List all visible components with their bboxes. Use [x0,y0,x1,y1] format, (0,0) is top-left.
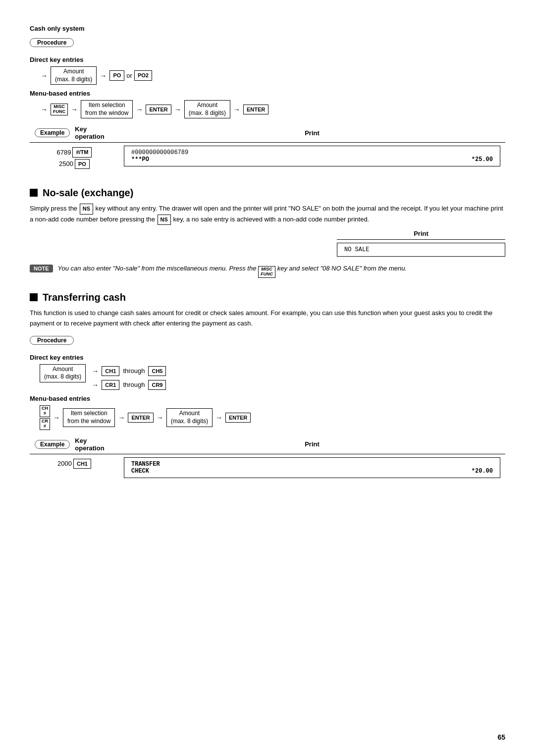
po-key-2: PO [75,159,90,169]
no-sale-print-box: NO SALE [337,243,505,257]
po-key: PO [109,70,124,80]
cr-key-box: CR# [40,418,50,430]
print-line-1: #000000000006789 [131,149,493,156]
transferring-body: This function is used to change cash sal… [30,308,505,329]
black-square-2 [30,293,38,301]
cash-only-section: Cash only system Procedure Direct key en… [30,25,505,173]
no-sale-print-area: Print NO SALE [30,230,505,257]
menu-based-heading-2: Menu-based entries [30,395,505,402]
direct-key-entries-heading-1: Direct key entries [30,56,505,63]
direct-key-entries-heading-2: Direct key entries [30,354,505,361]
menu-based-flow-2: CH# CR# → Item selection from the window… [40,405,505,430]
misc-key-inline: MISCFUNC [258,266,275,278]
arrow-fork-2: → [92,381,99,389]
enter-key-2: ENTER [243,105,268,114]
print-box-1: #000000000006789 ***PO *25.00 [124,146,500,166]
ns-key-inline: NS [80,204,93,215]
arrow-3: → [41,106,48,113]
example-badge-1: Example [35,128,70,137]
no-sale-print-line: NO SALE [344,246,498,253]
arrow-5: → [136,106,143,113]
menu-based-heading-1: Menu-based entries [30,90,505,97]
no-sale-section: No-sale (exchange) Simply press the NS k… [30,187,505,278]
amount-box-4: Amount (max. 8 digits) [166,408,213,427]
ch1-key-2: CH1 [73,459,91,469]
item-selection-box-2: Item selection from the window [63,408,115,427]
enter-key-3: ENTER [128,413,153,423]
transferring-direct-flow: Amount (max. 8 digits) → CH1 through CH5… [40,364,505,390]
transferring-cash-section: Transferring cash This function is used … [30,292,505,481]
amount-box-1: Amount (max. 8 digits) [51,66,97,85]
example-row-1: 6789 #/TM 2500 PO #000000000006789 [30,143,505,173]
arrow-6: → [174,106,181,113]
cash-only-heading: Cash only system [30,25,505,32]
ch-cr-keys: CH# CR# [40,405,50,430]
arrow-2: → [100,72,107,80]
ns-key-inline-2: NS [158,215,171,225]
no-sale-body: Simply press the NS key without any entr… [30,204,505,225]
cr9-key: CR9 [148,380,166,390]
or-text: or [126,72,132,79]
ch1-key: CH1 [102,366,119,376]
amount-box-2: Amount (max. 8 digits) [184,100,230,118]
po2-key: PO2 [134,70,152,80]
transferring-example-row: 2000 CH1 TRANSFER CHECK *20.00 [30,454,505,481]
print-line-2: ***PO *25.00 [131,156,493,163]
arrow-7: → [233,106,240,113]
transferring-keyop-cell: 2000 CH1 [30,454,119,481]
arrow-10: → [157,414,163,422]
enter-key-1: ENTER [146,105,171,114]
example-badge-cell-2: Example Key operation [30,435,119,454]
transferring-print-line-2: CHECK *20.00 [131,468,493,475]
key-operation-label-2: Key operation [75,437,114,452]
arrow-9: → [118,414,125,422]
procedure-badge-1: Procedure [30,38,74,47]
print-cell-1: #000000000006789 ***PO *25.00 [119,143,505,173]
menu-based-flow-1: → MISCFUNC → Item selection from the win… [40,100,505,118]
transferring-print-box: TRANSFER CHECK *20.00 [124,457,500,478]
item-selection-box-1: Item selection from the window [81,100,133,118]
key-row-1: 6789 #/TM [35,147,114,157]
transferring-title: Transferring cash [30,292,505,303]
fork-row-1: → CH1 through CH5 [91,366,166,376]
transferring-key-row: 2000 CH1 [35,459,114,469]
htam-key: #/TM [72,147,92,157]
enter-key-4: ENTER [225,413,251,423]
misc-func-key-1: MISCFUNC [51,104,68,115]
note-text: You can also enter "No-sale" from the mi… [58,264,407,278]
example-badge-2: Example [35,440,70,449]
no-sale-print-label: Print [337,230,505,240]
transferring-example-table: Example Key operation Print 2000 CH1 [30,435,505,481]
cash-only-example-table: Example Key operation Print 6789 #/TM 25… [30,123,505,173]
ch5-key: CH5 [148,366,166,376]
key-row-2: 2500 PO [35,159,114,169]
arrow-8: → [53,414,60,422]
cr1-key: CR1 [102,380,119,390]
black-square-1 [30,189,38,197]
page-number: 65 [497,733,505,741]
key-operation-label-1: Key operation [75,125,114,140]
transferring-print-cell: TRANSFER CHECK *20.00 [119,454,505,481]
example-badge-cell-1: Example Key operation [30,123,119,143]
arrow-1: → [41,72,48,80]
transferring-print-line-1: TRANSFER [131,461,493,468]
keyop-cell-1: 6789 #/TM 2500 PO [30,143,119,173]
arrow-11: → [215,414,222,422]
fork-row-2: → CR1 through CR9 [91,380,166,390]
procedure-badge-2: Procedure [30,336,74,345]
fork-container: → CH1 through CH5 → CR1 through CR9 [91,366,166,390]
arrow-4: → [71,106,78,113]
print-label-2: Print [119,435,505,454]
direct-key-flow-1: → Amount (max. 8 digits) → PO or PO2 [40,66,505,85]
no-sale-note: NOTE You can also enter "No-sale" from t… [30,264,505,278]
arrow-fork-1: → [92,367,99,375]
print-label-1: Print [119,123,505,143]
note-badge: NOTE [30,265,53,272]
amount-box-3: Amount (max. 8 digits) [40,364,86,382]
ch-key-box: CH# [40,405,50,417]
no-sale-title: No-sale (exchange) [30,187,505,199]
no-sale-print-container: Print NO SALE [337,230,505,257]
